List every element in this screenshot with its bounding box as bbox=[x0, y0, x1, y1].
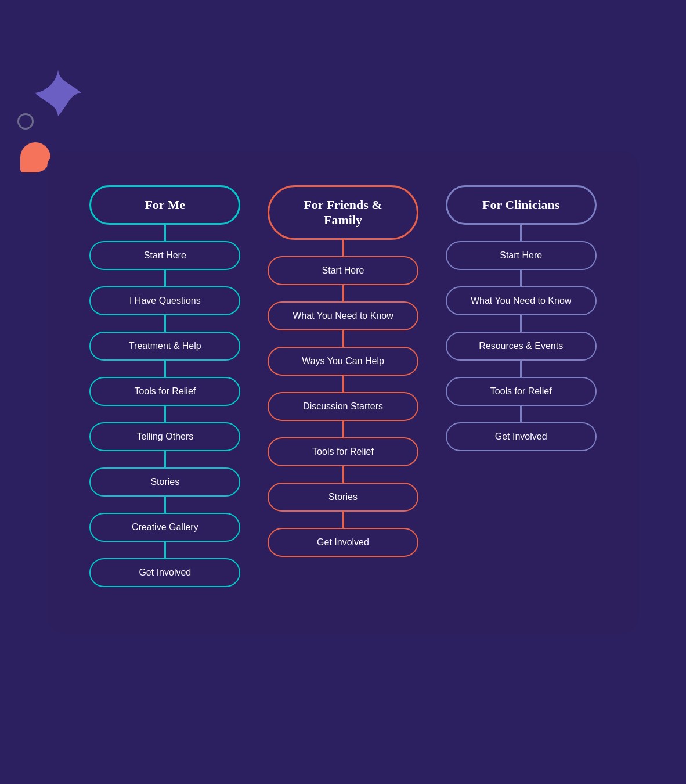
connector bbox=[342, 240, 344, 256]
node-stories-ff[interactable]: Stories bbox=[268, 483, 418, 512]
connector bbox=[164, 225, 166, 241]
star-icon bbox=[35, 70, 81, 116]
connector bbox=[164, 315, 166, 332]
connector bbox=[520, 406, 522, 422]
node-i-have-questions[interactable]: I Have Questions bbox=[89, 286, 240, 315]
node-start-here-c[interactable]: Start Here bbox=[446, 241, 597, 270]
connector bbox=[520, 225, 522, 241]
connector bbox=[520, 361, 522, 377]
node-tools-for-relief-c[interactable]: Tools for Relief bbox=[446, 377, 597, 406]
node-tools-for-relief[interactable]: Tools for Relief bbox=[89, 377, 240, 406]
connector bbox=[520, 315, 522, 332]
connector bbox=[520, 270, 522, 286]
bubble-icon bbox=[20, 142, 50, 172]
connector bbox=[164, 270, 166, 286]
connector bbox=[342, 330, 344, 347]
node-start-here[interactable]: Start Here bbox=[89, 241, 240, 270]
connector bbox=[164, 406, 166, 422]
node-get-involved-ff[interactable]: Get Involved bbox=[268, 528, 418, 557]
node-stories[interactable]: Stories bbox=[89, 467, 240, 497]
connector bbox=[164, 451, 166, 467]
node-what-you-need-to-know-ff[interactable]: What You Need to Know bbox=[268, 301, 418, 330]
header-for-friends-family[interactable]: For Friends & Family bbox=[268, 185, 418, 240]
node-telling-others[interactable]: Telling Others bbox=[89, 422, 240, 451]
columns-wrapper: For Me Start Here I Have Questions Treat… bbox=[82, 185, 604, 587]
circle-outline-icon bbox=[17, 113, 34, 130]
node-treatment-help[interactable]: Treatment & Help bbox=[89, 332, 240, 361]
connector bbox=[342, 376, 344, 392]
node-creative-gallery[interactable]: Creative Gallery bbox=[89, 513, 240, 542]
node-ways-you-can-help[interactable]: Ways You Can Help bbox=[268, 347, 418, 376]
node-discussion-starters[interactable]: Discussion Starters bbox=[268, 392, 418, 421]
connector bbox=[164, 497, 166, 513]
connector bbox=[164, 361, 166, 377]
header-for-me[interactable]: For Me bbox=[89, 185, 240, 225]
column-for-clinicians: For Clinicians Start Here What You Need … bbox=[438, 185, 604, 451]
node-what-you-need-to-know-c[interactable]: What You Need to Know bbox=[446, 286, 597, 315]
connector bbox=[342, 512, 344, 528]
connector bbox=[164, 542, 166, 558]
main-card: For Me Start Here I Have Questions Treat… bbox=[47, 150, 639, 634]
connector bbox=[342, 285, 344, 301]
header-for-clinicians[interactable]: For Clinicians bbox=[446, 185, 597, 225]
node-get-involved[interactable]: Get Involved bbox=[89, 558, 240, 587]
node-tools-for-relief-ff[interactable]: Tools for Relief bbox=[268, 437, 418, 466]
node-start-here-ff[interactable]: Start Here bbox=[268, 256, 418, 285]
node-get-involved-c[interactable]: Get Involved bbox=[446, 422, 597, 451]
connector bbox=[342, 466, 344, 483]
node-resources-events[interactable]: Resources & Events bbox=[446, 332, 597, 361]
column-for-me: For Me Start Here I Have Questions Treat… bbox=[82, 185, 248, 587]
column-for-friends-family: For Friends & Family Start Here What You… bbox=[260, 185, 427, 557]
connector bbox=[342, 421, 344, 437]
